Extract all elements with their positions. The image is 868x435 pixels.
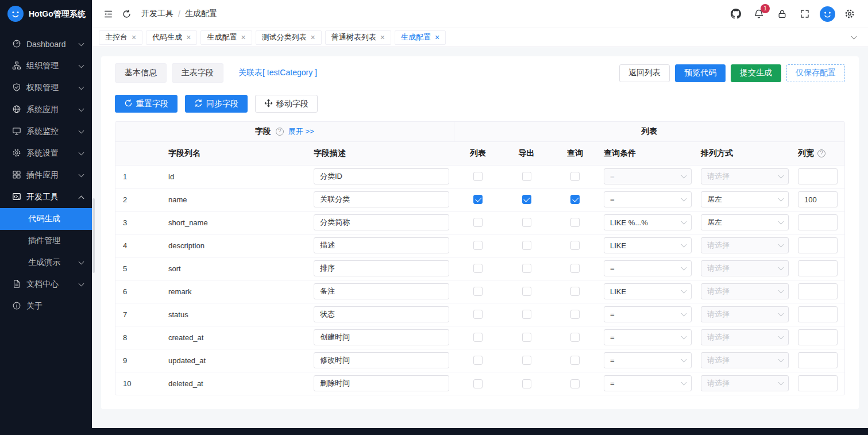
query-checkbox[interactable] xyxy=(570,241,580,250)
list-checkbox[interactable] xyxy=(473,264,483,273)
field-desc-input[interactable] xyxy=(314,329,449,345)
export-checkbox[interactable] xyxy=(522,218,531,227)
list-checkbox[interactable] xyxy=(473,379,483,388)
avatar[interactable] xyxy=(819,5,836,22)
field-desc-input[interactable] xyxy=(314,375,449,391)
query-checkbox[interactable] xyxy=(570,218,580,227)
export-checkbox[interactable] xyxy=(522,310,531,319)
help-icon[interactable]: ? xyxy=(817,149,825,157)
query-checkbox[interactable] xyxy=(570,287,580,296)
sidebar-item-devtools[interactable]: 开发工具 xyxy=(0,186,92,208)
sidebar-item-organization[interactable]: 组织管理 xyxy=(0,55,92,77)
close-icon[interactable]: × xyxy=(311,33,315,41)
tab-test-category-list[interactable]: 测试分类列表× xyxy=(256,30,322,45)
query-condition-select[interactable]: LIKE %...% xyxy=(604,214,692,230)
export-checkbox[interactable] xyxy=(522,333,531,342)
query-checkbox[interactable] xyxy=(570,195,580,204)
lock-screen-icon[interactable] xyxy=(773,5,791,23)
align-select[interactable]: 请选择 xyxy=(701,306,789,322)
export-checkbox[interactable] xyxy=(522,287,531,296)
field-desc-input[interactable] xyxy=(314,283,449,299)
tab-main-fields[interactable]: 主表字段 xyxy=(172,63,223,83)
export-checkbox[interactable] xyxy=(522,195,531,204)
close-icon[interactable]: × xyxy=(186,33,191,41)
sidebar-item-system-settings[interactable]: 系统设置 xyxy=(0,143,92,164)
align-select[interactable]: 请选择 xyxy=(701,329,789,345)
refresh-icon[interactable] xyxy=(117,5,136,23)
help-icon[interactable]: ? xyxy=(276,128,284,136)
query-condition-select[interactable]: = xyxy=(604,260,692,276)
field-desc-input[interactable] xyxy=(314,352,449,368)
tab-gen-config-2[interactable]: 生成配置× xyxy=(395,30,446,45)
query-condition-select[interactable]: = xyxy=(604,329,692,345)
list-checkbox[interactable] xyxy=(473,333,483,342)
query-condition-select[interactable]: = xyxy=(604,306,692,322)
export-checkbox[interactable] xyxy=(522,241,531,250)
align-select[interactable]: 请选择 xyxy=(701,375,789,391)
app-logo[interactable]: HotGo管理系统 xyxy=(0,0,92,29)
query-checkbox[interactable] xyxy=(570,356,580,365)
query-condition-select[interactable]: = xyxy=(604,168,692,184)
sidebar-item-plugin-manage[interactable]: 插件管理 xyxy=(0,230,92,252)
query-checkbox[interactable] xyxy=(570,310,580,319)
field-desc-input[interactable] xyxy=(314,214,449,230)
sidebar-item-about[interactable]: 关于 xyxy=(0,295,92,317)
sidebar-item-docs[interactable]: 文档中心 xyxy=(0,274,92,295)
query-condition-select[interactable]: = xyxy=(604,352,692,368)
align-select[interactable]: 请选择 xyxy=(701,283,789,299)
align-select[interactable]: 居左 xyxy=(701,191,789,207)
align-select[interactable]: 请选择 xyxy=(701,352,789,368)
export-checkbox[interactable] xyxy=(522,356,531,365)
move-fields-button[interactable]: 移动字段 xyxy=(255,95,318,113)
column-width-input[interactable] xyxy=(798,329,838,345)
sidebar-item-gen-demo[interactable]: 生成演示 xyxy=(0,252,92,274)
list-checkbox[interactable] xyxy=(473,241,483,250)
query-condition-select[interactable]: LIKE xyxy=(604,283,692,299)
back-to-list-button[interactable]: 返回列表 xyxy=(619,64,670,82)
field-desc-input[interactable] xyxy=(314,237,449,253)
tab-console[interactable]: 主控台× xyxy=(99,30,142,45)
preview-code-button[interactable]: 预览代码 xyxy=(675,64,726,82)
column-width-input[interactable] xyxy=(798,168,838,184)
close-icon[interactable]: × xyxy=(132,33,136,41)
notification-bell-icon[interactable]: 1 xyxy=(750,5,768,23)
query-checkbox[interactable] xyxy=(570,379,580,388)
sidebar-scrollbar[interactable] xyxy=(92,198,95,273)
column-width-input[interactable] xyxy=(798,260,838,276)
tab-tree-list[interactable]: 普通树表列表× xyxy=(325,30,391,45)
field-desc-input[interactable] xyxy=(314,260,449,276)
align-select[interactable]: 请选择 xyxy=(701,168,789,184)
list-checkbox[interactable] xyxy=(473,195,483,204)
reset-fields-button[interactable]: 重置字段 xyxy=(115,95,178,113)
column-width-input[interactable] xyxy=(798,237,838,253)
fullscreen-icon[interactable] xyxy=(796,5,814,23)
field-desc-input[interactable] xyxy=(314,168,449,184)
column-width-input[interactable] xyxy=(798,214,838,230)
export-checkbox[interactable] xyxy=(522,379,531,388)
github-icon[interactable] xyxy=(727,5,745,23)
query-checkbox[interactable] xyxy=(570,264,580,273)
column-width-input[interactable] xyxy=(798,283,838,299)
column-width-input[interactable] xyxy=(798,306,838,322)
sidebar-item-plugin-app[interactable]: 插件应用 xyxy=(0,164,92,186)
close-icon[interactable]: × xyxy=(380,33,385,41)
export-checkbox[interactable] xyxy=(522,172,531,181)
query-condition-select[interactable]: = xyxy=(604,191,692,207)
sync-fields-button[interactable]: 同步字段 xyxy=(185,95,248,113)
column-width-input[interactable] xyxy=(798,352,838,368)
sidebar-item-monitor[interactable]: 系统监控 xyxy=(0,121,92,143)
column-width-input[interactable] xyxy=(798,191,838,207)
list-checkbox[interactable] xyxy=(473,310,483,319)
chevron-down-icon[interactable] xyxy=(846,37,861,39)
tab-gen-config-1[interactable]: 生成配置× xyxy=(200,30,252,45)
query-checkbox[interactable] xyxy=(570,333,580,342)
field-desc-input[interactable] xyxy=(314,306,449,322)
sidebar-item-dashboard[interactable]: Dashboard xyxy=(0,33,92,55)
settings-gear-icon[interactable] xyxy=(840,5,859,23)
save-config-button[interactable]: 仅保存配置 xyxy=(786,64,845,82)
tab-basic-info[interactable]: 基本信息 xyxy=(115,63,167,83)
column-width-input[interactable] xyxy=(798,375,838,391)
list-checkbox[interactable] xyxy=(473,172,483,181)
expand-link[interactable]: 展开 >> xyxy=(288,126,314,137)
query-condition-select[interactable]: LIKE xyxy=(604,237,692,253)
